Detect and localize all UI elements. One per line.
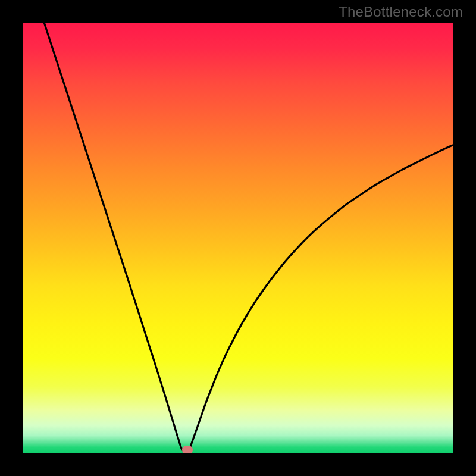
chart-canvas <box>23 23 453 453</box>
current-config-marker <box>182 446 193 453</box>
outer-frame: TheBottleneck.com <box>0 0 476 476</box>
gradient-background <box>23 23 453 453</box>
watermark-text: TheBottleneck.com <box>339 4 463 20</box>
plot-area <box>23 23 453 453</box>
